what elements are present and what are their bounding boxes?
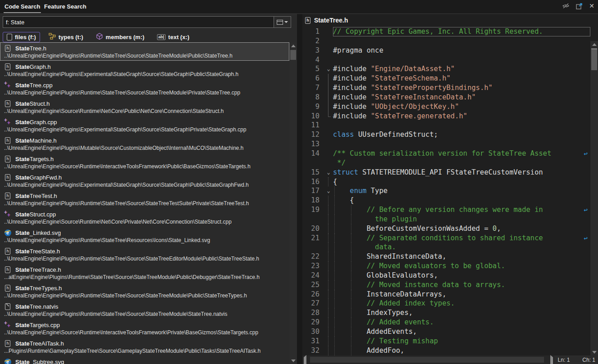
code-line[interactable]: 27 // Added index types. xyxy=(302,299,590,308)
code-line[interactable]: 16{ xyxy=(302,177,590,187)
search-result-item[interactable]: eState_Linked.svg..\UnrealEngine\Engine\… xyxy=(0,227,289,245)
search-result-item[interactable]: hStateTreeState.h..\UnrealEngine\Engine\… xyxy=(0,245,289,264)
code-line[interactable]: 13 xyxy=(302,139,590,149)
code-horizontal-scrollbar[interactable] xyxy=(302,355,554,364)
code-line[interactable]: */ xyxy=(302,158,590,168)
visibility-off-icon[interactable] xyxy=(562,2,570,9)
scrollbar-thumb[interactable] xyxy=(310,357,544,363)
line-number xyxy=(302,158,324,168)
code-line[interactable]: 21 // Separated conditions to shared ins… xyxy=(302,234,590,243)
indent-guide xyxy=(334,215,335,224)
search-result-item[interactable]: ++StateGraph.cpp..\UnrealEngine\Engine\P… xyxy=(0,116,289,135)
fold-toggle-icon[interactable]: ⌄ xyxy=(324,186,333,196)
indent-guide xyxy=(334,308,335,318)
search-input[interactable] xyxy=(3,17,274,27)
search-result-item[interactable]: eState_Subtree.svg xyxy=(0,356,289,364)
code-line[interactable]: 6#include "StateTreeSchema.h" xyxy=(302,74,590,83)
search-result-item[interactable]: hStateTreeAITask.h...Plugins\Runtime\Gam… xyxy=(0,337,289,356)
indent-guide xyxy=(351,308,351,318)
popout-icon[interactable] xyxy=(576,3,583,9)
code-line[interactable]: 15⌄struct STATETREEMODULE_API FStateTree… xyxy=(302,168,590,177)
code-line[interactable]: 30 AddedEvents, xyxy=(302,327,590,337)
fold-toggle-icon[interactable]: ⌄ xyxy=(324,168,333,177)
code-line[interactable]: 14/** Custom serialization version for S… xyxy=(302,149,590,158)
search-options-button[interactable] xyxy=(274,17,291,27)
scroll-down-button[interactable] xyxy=(590,349,598,355)
search-result-item[interactable]: hStateTreeTest.h..\UnrealEngine\Engine\P… xyxy=(0,190,289,208)
code-line[interactable]: 8#include "StateTreeInstanceData.h" xyxy=(302,93,590,102)
file-title: StateTree.h xyxy=(314,17,348,24)
scroll-down-button[interactable] xyxy=(289,357,297,364)
code-line[interactable]: 24 GlobalEvaluators, xyxy=(302,271,590,280)
search-result-item[interactable]: hStateGraphFwd.h..\UnrealEngine\Engine\P… xyxy=(0,171,289,190)
code-line[interactable]: 7#include "StateTreePropertyBindings.h" xyxy=(302,83,590,93)
filter-members-label: members (m:) xyxy=(106,34,144,40)
search-result-item[interactable]: nStateTree.natvis..\UnrealEngine\Engine\… xyxy=(0,301,289,319)
code-line[interactable]: 5⌄#include "Engine/DataAsset.h" xyxy=(302,64,590,74)
scrollbar-thumb[interactable] xyxy=(591,49,597,70)
search-result-item[interactable]: hStateTreeTypes.h..\UnrealEngine\Engine\… xyxy=(0,282,289,301)
code-line[interactable]: 18 { xyxy=(302,196,590,205)
code-line[interactable]: 32 AddedFoo, xyxy=(302,346,590,355)
search-result-item[interactable]: hStateStruct.h..\UnrealEngine\Engine\Sou… xyxy=(0,98,289,116)
code-line[interactable]: 19 // Before any version changes were ma… xyxy=(302,205,590,215)
code-line[interactable]: 10#include "StateTree.generated.h" xyxy=(302,112,590,121)
h-file-icon: h xyxy=(305,17,310,24)
search-result-item[interactable]: ++StateTree.cpp..\UnrealEngine\Engine\Pl… xyxy=(0,79,289,98)
code-line[interactable]: 17⌄ enum Type xyxy=(302,186,590,196)
scroll-up-button[interactable] xyxy=(289,42,297,49)
code-text: InstanceDataArrays, xyxy=(333,290,590,299)
code-text: // Separated conditions to shared instan… xyxy=(333,234,590,243)
code-line[interactable]: 11 xyxy=(302,121,590,130)
scrollbar-thumb[interactable] xyxy=(290,50,296,60)
code-line[interactable]: 29 // Added events. xyxy=(302,318,590,327)
filter-types-button[interactable]: types (t:) xyxy=(45,31,87,43)
tab-feature-search[interactable]: Feature Search xyxy=(40,0,91,14)
code-line[interactable]: 20 BeforeCustomVersionWasAdded = 0, xyxy=(302,224,590,234)
code-line[interactable]: 12class UUserDefinedStruct; xyxy=(302,130,590,139)
code-line[interactable]: 3#pragma once xyxy=(302,46,590,55)
search-result-item[interactable]: hStateGraph.h..\UnrealEngine\Engine\Plug… xyxy=(0,61,289,79)
search-result-item[interactable]: hStateTree.h..\UnrealEngine\Engine\Plugi… xyxy=(0,42,289,61)
code-line[interactable]: 4 xyxy=(302,55,590,65)
svg-file-icon: e xyxy=(4,229,11,236)
filter-members-button[interactable]: members (m:) xyxy=(92,31,148,43)
code-line[interactable]: 1// Copyright Epic Games, Inc. All Right… xyxy=(302,27,590,36)
indent-guide xyxy=(351,290,351,299)
indent-guide xyxy=(351,318,351,327)
code-line[interactable]: the plugin xyxy=(302,215,590,224)
search-result-item[interactable]: hStateTargets.h..\UnrealEngine\Engine\So… xyxy=(0,153,289,171)
scroll-right-button[interactable] xyxy=(550,357,553,364)
code-line[interactable]: 22 SharedInstanceData, xyxy=(302,252,590,261)
results-scrollbar[interactable] xyxy=(289,42,297,364)
search-result-item[interactable]: hStateMachine.h..\UnrealEngine\Engine\Pl… xyxy=(0,135,289,153)
code-line[interactable]: 26 InstanceDataArrays, xyxy=(302,290,590,299)
line-number: 28 xyxy=(302,308,324,318)
scroll-up-button[interactable] xyxy=(590,41,598,48)
code-line[interactable]: 28 IndexTypes, xyxy=(302,308,590,318)
code-area[interactable]: 1// Copyright Epic Games, Inc. All Right… xyxy=(302,27,590,355)
panel-splitter[interactable] xyxy=(297,14,302,364)
result-filename: nStateTree.natvis xyxy=(4,302,287,311)
code-vertical-scrollbar[interactable] xyxy=(590,41,598,355)
indent-guide xyxy=(351,224,351,234)
code-line[interactable]: 25 // Moved instance data to arrays. xyxy=(302,280,590,290)
search-result-item[interactable]: ++StateStruct.cpp..\UnrealEngine\Engine\… xyxy=(0,208,289,227)
fold-toggle-icon[interactable]: ⌄ xyxy=(324,64,333,74)
code-text: struct STATETREEMODULE_API FStateTreeCus… xyxy=(333,168,590,177)
chevron-down-icon xyxy=(284,21,288,23)
search-result-item[interactable]: ++StateTargets.cpp..\UnrealEngine\Engine… xyxy=(0,319,289,337)
cpp-file-icon: ++ xyxy=(4,321,11,328)
close-icon[interactable]: ✕ xyxy=(589,2,594,9)
code-text: // Before any version changes were made … xyxy=(333,205,590,215)
code-line[interactable]: 2 xyxy=(302,36,590,46)
filter-files-button[interactable]: files (f:) xyxy=(3,32,40,42)
code-line[interactable]: 9#include "UObject/ObjectKey.h" xyxy=(302,102,590,112)
scroll-left-button[interactable] xyxy=(304,357,306,364)
tab-code-search[interactable]: Code Search xyxy=(0,0,45,14)
filter-text-button[interactable]: ab| text (x:) xyxy=(153,32,193,42)
search-result-item[interactable]: hStateTreeTrace.h...alEngine\Engine\Plug… xyxy=(0,264,289,282)
code-line[interactable]: 31 // Testing mishap xyxy=(302,337,590,346)
code-line[interactable]: 23 // Moved evaluators to be global. xyxy=(302,261,590,271)
code-line[interactable]: data. xyxy=(302,243,590,252)
